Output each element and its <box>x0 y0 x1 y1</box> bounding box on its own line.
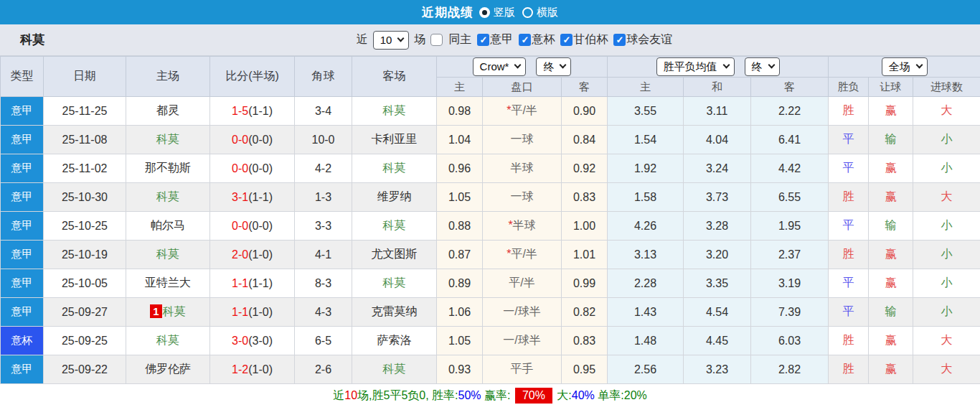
odds-time-select[interactable]: 终 <box>536 57 571 76</box>
result-wdl-cell: 平 <box>829 269 869 298</box>
away-team: 克雷莫纳 <box>372 305 418 317</box>
handicap-home-odds-cell: 1.05 <box>437 183 483 212</box>
filter-checkbox-3[interactable]: ✓甘伯杯 <box>560 32 608 47</box>
games-label: 场 <box>414 32 425 47</box>
games-count-select[interactable]: 10 <box>373 31 410 50</box>
result-scope-select[interactable]: 全场 <box>882 57 928 76</box>
handicap-away-odds-cell: 0.90 <box>562 97 608 126</box>
handicap-cell: 一/球半 <box>483 327 562 355</box>
recent-results-panel: 近期战绩 竖版横版 科莫 近 10 场 同主✓意甲✓意杯✓甘伯杯✓球会友谊 类型 <box>0 0 980 415</box>
avg-odds-select[interactable]: 胜平负均值 <box>656 57 735 76</box>
page-title: 近期战绩 <box>422 4 473 21</box>
away-team: 维罗纳 <box>377 190 412 202</box>
avg-draw-odds-cell: 3.11 <box>684 97 751 126</box>
summary-segment: 20% <box>624 389 647 402</box>
filter-checkbox-1[interactable]: ✓意甲 <box>477 32 513 47</box>
avg-draw-odds-cell: 3.28 <box>684 212 751 241</box>
summary-segment: 70% <box>515 388 552 404</box>
handicap-line: 平/半 <box>511 248 537 260</box>
away-cell: 科莫 <box>352 154 437 183</box>
home-cell: 帕尔马 <box>126 212 210 241</box>
corners-cell: 10-0 <box>295 126 352 154</box>
filter-checkbox-0[interactable]: 同主 <box>430 32 471 47</box>
handicap-home-odds-cell: 0.96 <box>437 154 483 183</box>
avg-lose-odds-cell: 6.03 <box>751 327 829 355</box>
fulltime-score: 1-2 <box>232 363 248 376</box>
away-cell: 科莫 <box>352 212 437 241</box>
table-row: 意甲 25-11-25 都灵 1-5(1-1) 3-4 科莫 0.98 *平/半… <box>1 97 980 126</box>
col-home: 主场 <box>126 57 210 97</box>
home-team: 科莫 <box>156 133 179 145</box>
avg-lose-odds-cell: 7.39 <box>751 298 829 327</box>
corners-cell: 2-6 <box>295 355 352 384</box>
avg-lose-odds-cell: 3.19 <box>751 269 829 298</box>
home-cell: 佛罗伦萨 <box>126 355 210 384</box>
col-type: 类型 <box>1 57 44 97</box>
handicap-cell: 一球 <box>483 183 562 212</box>
handicap-home-odds-cell: 0.87 <box>437 241 483 269</box>
avg-lose-odds-cell: 6.41 <box>751 126 829 154</box>
checkbox-unchecked-icon <box>430 34 443 46</box>
handicap-cell: *半球 <box>483 212 562 241</box>
away-team: 科莫 <box>383 363 406 375</box>
home-team: 那不勒斯 <box>145 162 191 174</box>
handicap-cell: *平/半 <box>483 241 562 269</box>
filter-checkbox-4[interactable]: ✓球会友谊 <box>613 32 672 47</box>
col-avg-lose: 客 <box>751 78 829 97</box>
games-count-value: 10 <box>380 33 392 47</box>
league-cell: 意甲 <box>1 97 44 126</box>
results-table: 类型 日期 主场 比分(半场) 角球 客场 Crow* 终 <box>0 56 980 384</box>
score-cell: 1-2(1-0) <box>210 355 295 384</box>
summary-segment: 胜率: <box>432 388 458 404</box>
result-handicap-cell: 输 <box>869 298 913 327</box>
col-corners: 角球 <box>295 57 352 97</box>
away-team: 科莫 <box>383 162 406 174</box>
fulltime-score: 1-5 <box>232 105 248 117</box>
league-cell: 意甲 <box>1 154 44 183</box>
date-cell: 25-11-08 <box>44 126 126 154</box>
table-row: 意甲 25-11-02 那不勒斯 0-0(0-0) 4-2 科莫 0.96 半球… <box>1 154 980 183</box>
corners-cell: 6-5 <box>295 327 352 355</box>
halftime-score: (3-0) <box>248 335 273 347</box>
odds-company-value: Crow* <box>480 60 509 73</box>
home-team: 亚特兰大 <box>145 276 191 289</box>
filters: 近 10 场 同主✓意甲✓意杯✓甘伯杯✓球会友谊 <box>357 31 673 50</box>
result-handicap-cell: 赢 <box>869 327 913 355</box>
handicap-odds-group-header: Crow* 终 <box>437 57 608 78</box>
date-cell: 25-10-05 <box>44 269 126 298</box>
chevron-down-icon <box>768 62 775 69</box>
result-wdl-cell: 胜 <box>829 183 869 212</box>
col-away: 客场 <box>352 57 437 97</box>
halftime-score: (1-0) <box>248 363 273 376</box>
result-handicap-cell: 赢 <box>869 183 913 212</box>
checkbox-label: 甘伯杯 <box>573 32 608 47</box>
handicap-line: 一/球半 <box>503 334 540 346</box>
result-wdl-cell: 胜 <box>829 327 869 355</box>
layout-radio-vertical[interactable]: 竖版 <box>479 6 515 19</box>
layout-radio-horizontal[interactable]: 横版 <box>522 6 558 19</box>
result-handicap-cell: 赢 <box>869 154 913 183</box>
avg-odds-value: 胜平负均值 <box>664 60 717 73</box>
corners-cell: 1-3 <box>295 183 352 212</box>
result-handicap-cell: 输 <box>869 126 913 154</box>
handicap-cell: 半球 <box>483 154 562 183</box>
handicap-away-odds-cell: 1.00 <box>562 212 608 241</box>
handicap-away-odds-cell: 1.01 <box>562 241 608 269</box>
league-cell: 意甲 <box>1 212 44 241</box>
halftime-score: (1-0) <box>248 248 273 261</box>
checkbox-label: 同主 <box>448 32 471 47</box>
radio-label: 竖版 <box>494 6 515 19</box>
avg-win-odds-cell: 1.48 <box>608 327 684 355</box>
handicap-home-odds-cell: 1.05 <box>437 327 483 355</box>
odds-company-select[interactable]: Crow* <box>473 57 527 76</box>
date-cell: 25-09-25 <box>44 327 126 355</box>
avg-time-select[interactable]: 终 <box>745 57 780 76</box>
result-wdl-cell: 平 <box>829 298 869 327</box>
away-cell: 科莫 <box>352 269 437 298</box>
result-wdl-cell: 平 <box>829 212 869 241</box>
avg-win-odds-cell: 3.13 <box>608 241 684 269</box>
result-goals-cell: 小 <box>913 212 980 241</box>
summary-segment: 10 <box>344 389 357 402</box>
fulltime-score: 1-1 <box>232 306 248 318</box>
filter-checkbox-2[interactable]: ✓意杯 <box>519 32 555 47</box>
